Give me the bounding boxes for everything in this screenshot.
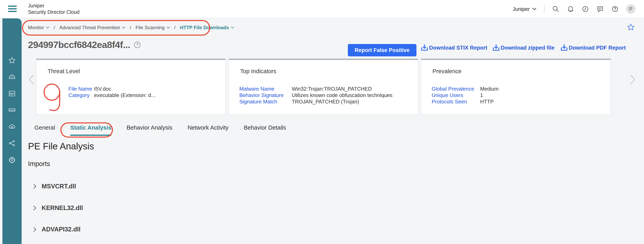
pe-file-analysis-heading: PE File Analysis bbox=[28, 141, 94, 152]
card-row: Malware Name Win32:Trojan:TROJAN_PATCHED bbox=[239, 86, 392, 92]
card-title: Top Indicators bbox=[240, 68, 276, 75]
app-title: Juniper Security Director Cloud bbox=[28, 2, 80, 15]
sidebar-item-dashboard[interactable] bbox=[8, 73, 16, 81]
row-label: Signature Match bbox=[239, 98, 292, 105]
page-title-row: 294997bccf6842ea8f4f... ? bbox=[28, 39, 140, 50]
breadcrumb-separator: / bbox=[130, 25, 131, 30]
sidebar-item-monitor[interactable] bbox=[8, 90, 16, 98]
tab-behavior-details[interactable]: Behavior Details bbox=[244, 124, 286, 136]
card-row: File Name I5V.doc bbox=[68, 86, 155, 92]
top-indicators-card: Top Indicators Malware Name Win32:Trojan… bbox=[229, 59, 418, 115]
chevron-down-icon bbox=[122, 27, 125, 29]
row-label: Unique Users bbox=[432, 92, 480, 98]
gauge-icon bbox=[8, 73, 16, 81]
report-false-positive-button[interactable]: Report False Positive bbox=[348, 44, 416, 56]
prevalence-card: Prevalence Global Prevalence Medium Uniq… bbox=[421, 59, 611, 115]
download-zipped-file-link[interactable]: Download zipped file bbox=[492, 44, 554, 52]
bookmark-star-icon[interactable] bbox=[627, 23, 635, 31]
breadcrumb-item-monitor[interactable]: Monitor bbox=[28, 25, 49, 30]
header-divider bbox=[544, 5, 544, 13]
menu-toggle-icon[interactable] bbox=[8, 5, 17, 12]
feedback-comment-icon[interactable] bbox=[596, 5, 604, 12]
org-selector-dropdown[interactable]: Juniper bbox=[513, 6, 536, 12]
chevron-down-icon bbox=[231, 27, 234, 29]
download-stix-report-link[interactable]: Download STIX Report bbox=[420, 44, 487, 52]
import-dll-name: ADVAPI32.dll bbox=[42, 226, 80, 233]
breadcrumb-item-atp[interactable]: Advanced Threat Prevention bbox=[60, 25, 126, 30]
help-icon[interactable] bbox=[612, 5, 618, 12]
threat-score-9-glyph bbox=[42, 83, 64, 113]
row-value: Medium bbox=[480, 86, 498, 92]
avatar-initial: P bbox=[629, 6, 632, 12]
chevron-down-icon bbox=[46, 27, 49, 29]
download-link-label: Download STIX Report bbox=[429, 45, 487, 51]
notifications-bell-icon[interactable] bbox=[567, 5, 574, 12]
tab-behavior-analysis[interactable]: Behavior Analysis bbox=[126, 124, 172, 136]
chevron-down-icon bbox=[167, 27, 170, 29]
sidebar-item-shared-services[interactable] bbox=[8, 139, 16, 147]
breadcrumb-label: Advanced Threat Prevention bbox=[60, 25, 120, 30]
chevron-right-icon bbox=[33, 227, 36, 232]
chevron-right-icon bbox=[33, 184, 36, 189]
sidebar-item-atp-cloud[interactable] bbox=[8, 123, 16, 131]
sidebar-item-administration[interactable] bbox=[8, 156, 16, 164]
row-label: Global Prevalence bbox=[432, 86, 480, 92]
card-row: Category executable (Extension: d... bbox=[68, 92, 155, 98]
recent-activity-clock-icon[interactable] bbox=[582, 5, 589, 12]
card-rows: Global Prevalence Medium Unique Users 1 … bbox=[432, 86, 498, 105]
breadcrumb-separator: / bbox=[174, 25, 176, 30]
row-label: File Name bbox=[68, 86, 94, 92]
org-selector-label: Juniper bbox=[513, 6, 530, 12]
share-icon bbox=[8, 139, 16, 147]
breadcrumb-item-http-file-downloads[interactable]: HTTP File Downloads bbox=[180, 25, 234, 30]
row-value: 1 bbox=[480, 92, 483, 98]
row-label: Category bbox=[68, 92, 94, 98]
row-value: executable (Extension: d... bbox=[94, 92, 155, 98]
breadcrumb: Monitor / Advanced Threat Prevention / F… bbox=[28, 25, 234, 30]
card-rows: File Name I5V.doc Category executable (E… bbox=[68, 86, 155, 98]
app-title-line1: Juniper bbox=[28, 2, 80, 9]
row-value: I5V.doc bbox=[94, 86, 111, 92]
import-dll-name: MSVCRT.dll bbox=[42, 183, 76, 190]
top-header: Juniper Security Director Cloud Juniper … bbox=[0, 0, 644, 18]
card-row: Global Prevalence Medium bbox=[432, 86, 498, 92]
breadcrumb-item-file-scanning[interactable]: File Scanning bbox=[136, 25, 170, 30]
breadcrumb-label: HTTP File Downloads bbox=[180, 25, 229, 30]
download-icon bbox=[492, 44, 500, 52]
breadcrumb-separator: / bbox=[54, 25, 55, 30]
download-pdf-report-link[interactable]: Download PDF Report bbox=[560, 44, 626, 52]
download-link-label: Download zipped file bbox=[501, 45, 554, 51]
tab-network-activity[interactable]: Network Activity bbox=[188, 124, 228, 136]
row-value: Win32:Trojan:TROJAN_PATCHED bbox=[292, 86, 372, 92]
row-label: Malware Name bbox=[239, 86, 292, 92]
row-label: Behavior Signature bbox=[239, 92, 292, 98]
threat-score: 9 bbox=[42, 83, 64, 113]
user-avatar[interactable]: P bbox=[626, 4, 636, 13]
carousel-prev-icon[interactable] bbox=[28, 74, 34, 85]
left-nav-sidebar bbox=[2, 18, 22, 244]
header-actions: Juniper P bbox=[513, 0, 636, 18]
import-expander-kernel32[interactable]: KERNEL32.dll bbox=[33, 204, 83, 212]
sidebar-item-favorites[interactable] bbox=[8, 56, 16, 64]
star-icon bbox=[8, 56, 16, 64]
sidebar-item-devices[interactable] bbox=[8, 106, 16, 114]
chevron-right-icon bbox=[33, 205, 36, 211]
title-help-icon[interactable]: ? bbox=[134, 42, 140, 48]
carousel-next-icon[interactable] bbox=[630, 74, 636, 85]
page-title: 294997bccf6842ea8f4f... bbox=[28, 39, 130, 50]
import-dll-name: KERNEL32.dll bbox=[42, 204, 83, 212]
tab-static-analysis[interactable]: Static Analysis bbox=[70, 124, 111, 136]
card-row: Signature Match TROJAN_PATCHED (Trojan) bbox=[239, 98, 392, 105]
monitor-pulse-icon bbox=[8, 90, 16, 98]
search-icon[interactable] bbox=[552, 5, 559, 12]
app-title-line2: Security Director Cloud bbox=[28, 9, 80, 15]
card-title: Threat Level bbox=[48, 68, 80, 75]
import-expander-advapi32[interactable]: ADVAPI32.dll bbox=[33, 226, 80, 233]
tab-general[interactable]: General bbox=[34, 124, 55, 136]
cloud-atp-icon bbox=[8, 123, 16, 131]
card-rows: Malware Name Win32:Trojan:TROJAN_PATCHED… bbox=[239, 86, 392, 105]
import-expander-msvcrt[interactable]: MSVCRT.dll bbox=[33, 183, 76, 190]
imports-heading: Imports bbox=[28, 160, 50, 168]
chevron-down-icon bbox=[532, 7, 536, 10]
breadcrumb-label: File Scanning bbox=[136, 25, 164, 30]
